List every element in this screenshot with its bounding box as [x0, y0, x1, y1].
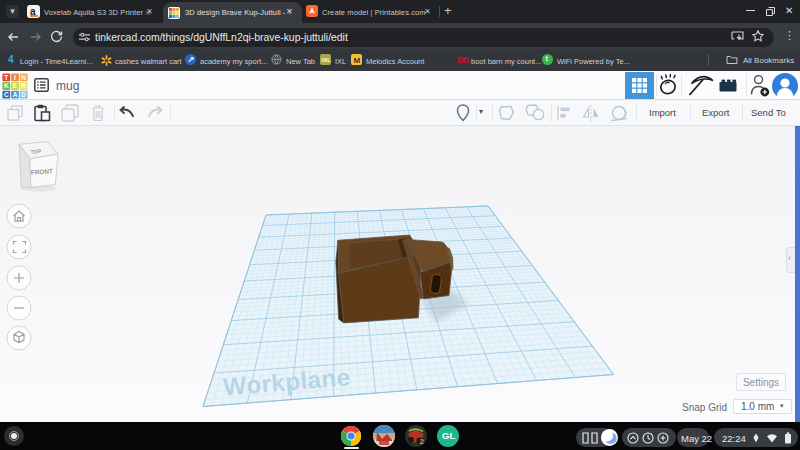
svg-text:2: 2 — [419, 437, 423, 446]
svg-text:K: K — [4, 82, 9, 89]
svg-text:R: R — [21, 82, 26, 89]
svg-text:N: N — [21, 74, 26, 81]
svg-text:I: I — [14, 74, 16, 81]
svg-text:E: E — [13, 82, 18, 89]
svg-text:C: C — [4, 91, 9, 98]
svg-text:D: D — [21, 91, 26, 98]
svg-text:A: A — [13, 91, 18, 98]
svg-text:T: T — [4, 74, 8, 81]
svg-text:TOP: TOP — [30, 148, 42, 155]
